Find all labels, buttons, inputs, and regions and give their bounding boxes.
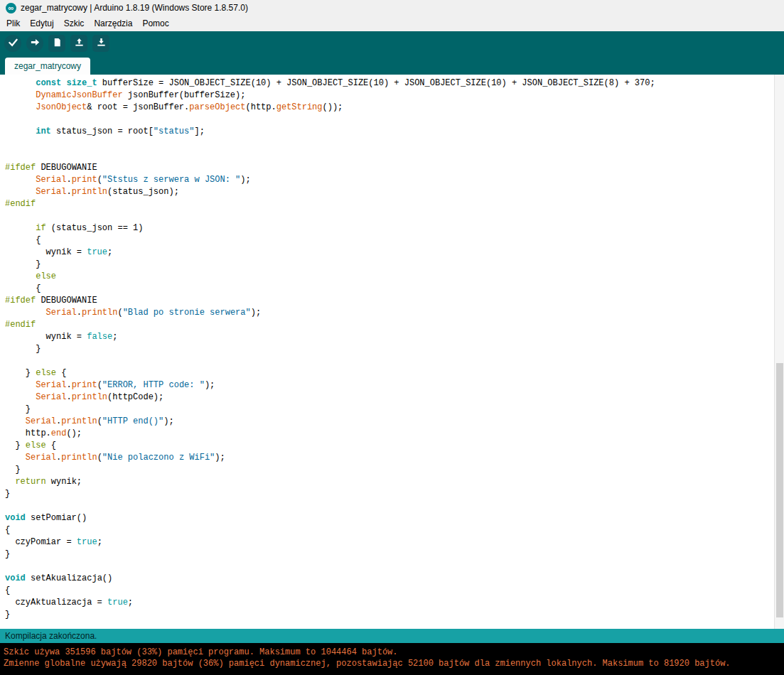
tab-strip: zegar_matrycowy — [0, 55, 784, 75]
window-title: zegar_matrycowy | Arduino 1.8.19 (Window… — [21, 3, 248, 13]
menu-item-plik[interactable]: Plik — [1, 16, 25, 31]
code-line: if (status_json == 1) — [5, 222, 770, 234]
code-line — [5, 355, 770, 367]
code-line: http.end(); — [5, 428, 770, 440]
code-line: JsonObject& root = jsonBuffer.parseObjec… — [5, 102, 770, 114]
verify-button[interactable] — [4, 35, 21, 52]
code-line: { — [5, 524, 770, 536]
console-line: Zmienne globalne używają 29820 bajtów (3… — [4, 658, 780, 669]
code-line — [5, 114, 770, 126]
ide-header: zegar_matrycowy — [0, 31, 784, 75]
code-line: void setAkualizacja() — [5, 573, 770, 585]
code-line: #endif — [5, 198, 770, 210]
code-line: DynamicJsonBuffer jsonBuffer(bufferSize)… — [5, 90, 770, 102]
code-line: else — [5, 271, 770, 283]
code-line: wynik = true; — [5, 247, 770, 259]
menu-item-narzdzia[interactable]: Narzędzia — [89, 16, 137, 31]
code-line: Serial.println(status_json); — [5, 186, 770, 198]
code-line: } — [5, 343, 770, 355]
title-bar[interactable]: ∞ zegar_matrycowy | Arduino 1.8.19 (Wind… — [0, 0, 784, 16]
code-line — [5, 138, 770, 150]
console-line: Szkic używa 351596 bajtów (33%) pamięci … — [4, 647, 780, 658]
code-line: } — [5, 259, 770, 271]
status-bar: Kompilacja zakończona. — [0, 629, 784, 643]
code-line — [5, 500, 770, 512]
code-line: Serial.println(httpCode); — [5, 392, 770, 404]
code-line: #ifdef DEBUGOWANIE — [5, 295, 770, 307]
upload-button[interactable] — [26, 35, 43, 52]
code-line: } — [5, 404, 770, 416]
arrow-up-icon — [74, 37, 85, 50]
code-line: Serial.println("Nie polaczono z WiFi"); — [5, 452, 770, 464]
status-message: Kompilacja zakończona. — [5, 631, 97, 641]
code-line — [5, 150, 770, 162]
new-sketch-button[interactable] — [48, 35, 65, 52]
code-line: Serial.print("Ststus z serwera w JSON: "… — [5, 174, 770, 186]
tab-zegar-matrycowy[interactable]: zegar_matrycowy — [5, 58, 90, 75]
arduino-app-icon: ∞ — [6, 3, 16, 14]
code-line: { — [5, 283, 770, 295]
check-icon — [8, 37, 18, 50]
code-line: } else { — [5, 367, 770, 379]
code-line: void setPomiar() — [5, 512, 770, 524]
arrow-right-icon — [30, 37, 41, 50]
code-line — [5, 210, 770, 222]
code-line: const size_t bufferSize = JSON_OBJECT_SI… — [5, 77, 770, 90]
code-line: #ifdef DEBUGOWANIE — [5, 162, 770, 174]
code-line: wynik = false; — [5, 331, 770, 343]
menu-item-szkic[interactable]: Szkic — [59, 16, 90, 31]
console-output: Szkic używa 351596 bajtów (33%) pamięci … — [0, 643, 784, 675]
code-line: int status_json = root["status"]; — [5, 126, 770, 138]
code-line: Serial.println("Blad po stronie serwera"… — [5, 307, 770, 319]
code-area: const size_t bufferSize = JSON_OBJECT_SI… — [0, 75, 784, 621]
menu-bar: PlikEdytujSzkicNarzędziaPomoc — [0, 16, 784, 31]
code-line: } — [5, 609, 770, 621]
code-line: czyPomiar = true; — [5, 536, 770, 549]
code-line: } — [5, 488, 770, 500]
code-line: } — [5, 464, 770, 476]
code-line: { — [5, 585, 770, 597]
code-line: } — [5, 549, 770, 561]
code-line: #endif — [5, 319, 770, 331]
document-icon — [52, 37, 63, 50]
editor-scrollbar[interactable] — [774, 75, 784, 629]
menu-item-pomoc[interactable]: Pomoc — [137, 16, 173, 31]
code-line: { — [5, 234, 770, 247]
code-line — [5, 561, 770, 573]
code-line: Serial.println("HTTP end()"); — [5, 416, 770, 428]
editor-scrollbar-thumb[interactable] — [776, 363, 783, 618]
save-button[interactable] — [92, 35, 109, 52]
code-line: return wynik; — [5, 476, 770, 488]
code-editor[interactable]: const size_t bufferSize = JSON_OBJECT_SI… — [0, 75, 784, 629]
menu-item-edytuj[interactable]: Edytuj — [25, 16, 58, 31]
code-line: Serial.print("ERROR, HTTP code: "); — [5, 379, 770, 392]
toolbar — [0, 31, 784, 55]
open-button[interactable] — [70, 35, 87, 52]
code-line: czyAktualizacja = true; — [5, 597, 770, 609]
code-line: } else { — [5, 440, 770, 452]
arrow-down-icon — [96, 37, 107, 50]
